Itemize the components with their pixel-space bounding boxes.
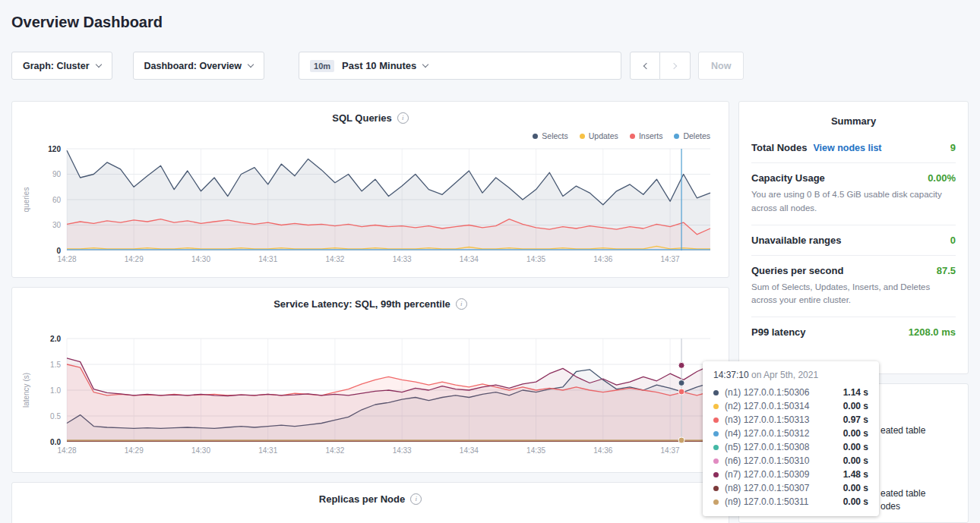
view-nodes-list-link[interactable]: View nodes list xyxy=(813,143,881,153)
charts-column: SQL Queries i SelectsUpdatesInsertsDelet… xyxy=(11,101,729,523)
svg-text:14:29: 14:29 xyxy=(125,255,144,263)
svg-text:120: 120 xyxy=(48,145,61,153)
svg-text:14:32: 14:32 xyxy=(325,255,344,263)
summary-value: 0 xyxy=(950,235,956,246)
time-step-buttons xyxy=(630,52,691,80)
svg-text:30: 30 xyxy=(52,221,62,229)
graph-dropdown[interactable]: Graph: Cluster xyxy=(11,52,112,80)
tooltip-row: (n3) 127.0.0.1:503130.97 s xyxy=(713,413,868,427)
legend-color-dot xyxy=(674,134,679,139)
node-color-dot xyxy=(713,417,719,423)
node-color-dot xyxy=(713,390,719,395)
legend-item-inserts: Inserts xyxy=(630,131,663,141)
tooltip-row: (n4) 127.0.0.1:503120.00 s xyxy=(713,427,868,440)
summary-label: P99 latency xyxy=(751,326,806,338)
time-preset-badge: 10m xyxy=(310,60,334,72)
summary-value: 9 xyxy=(950,142,956,153)
tooltip-row: (n6) 127.0.0.1:503100.00 s xyxy=(713,454,868,468)
tooltip-rows: (n1) 127.0.0.1:503061.14 s(n2) 127.0.0.1… xyxy=(713,386,868,509)
svg-text:14:36: 14:36 xyxy=(593,446,612,455)
summary-value: 0.00% xyxy=(928,172,956,184)
tooltip-row: (n1) 127.0.0.1:503061.14 s xyxy=(713,386,868,399)
summary-description: Sum of Selects, Updates, Inserts, and De… xyxy=(751,281,956,308)
svg-text:14:37: 14:37 xyxy=(661,255,680,263)
node-latency-value: 0.00 s xyxy=(843,428,868,439)
node-latency-value: 0.97 s xyxy=(843,414,868,425)
summary-label: Capacity Usage xyxy=(751,172,825,184)
chart-hover-tooltip: 14:37:10 on Apr 5th, 2021 (n1) 127.0.0.1… xyxy=(703,361,879,516)
node-address: (n3) 127.0.0.1:50313 xyxy=(725,414,809,425)
svg-text:1.5: 1.5 xyxy=(50,361,61,369)
summary-value: 87.5 xyxy=(937,265,956,276)
svg-text:0: 0 xyxy=(56,247,61,255)
tooltip-row: (n2) 127.0.0.1:503140.00 s xyxy=(713,399,868,413)
dashboard-dropdown-label: Dashboard: Overview xyxy=(144,61,242,71)
summary-description: You are using 0 B of 4.5 GiB usable disk… xyxy=(751,188,956,216)
svg-text:14:28: 14:28 xyxy=(57,446,76,455)
time-range-picker[interactable]: 10m Past 10 Minutes xyxy=(299,52,621,80)
sql-queries-chart[interactable]: 14:2814:2914:3014:3114:3214:3314:3414:35… xyxy=(20,143,722,270)
svg-text:14:31: 14:31 xyxy=(258,255,277,263)
chart-header: SQL Queries i xyxy=(20,111,721,124)
tooltip-row: (n5) 127.0.0.1:503080.00 s xyxy=(713,440,868,454)
legend-color-dot xyxy=(533,134,538,139)
node-latency-value: 0.00 s xyxy=(843,442,868,452)
legend-label: Updates xyxy=(589,131,618,140)
summary-title: Summary xyxy=(751,115,956,127)
node-address: (n4) 127.0.0.1:50312 xyxy=(725,428,809,439)
node-color-dot xyxy=(713,472,719,477)
chart-title: SQL Queries xyxy=(332,112,392,124)
chart-legend: SelectsUpdatesInsertsDeletes xyxy=(20,131,710,141)
chevron-down-icon xyxy=(248,61,254,67)
summary-row-capacity-usage: Capacity Usage 0.00% You are using 0 B o… xyxy=(751,163,956,225)
svg-text:1.0: 1.0 xyxy=(50,386,61,395)
chevron-down-icon xyxy=(95,61,101,67)
tooltip-time: 14:37:10 xyxy=(713,370,749,380)
info-icon[interactable]: i xyxy=(410,493,422,505)
svg-text:14:31: 14:31 xyxy=(258,446,277,455)
svg-text:14:33: 14:33 xyxy=(393,446,412,455)
service-latency-card: Service Latency: SQL, 99th percentile i … xyxy=(11,287,729,473)
chart-header: Replicas per Node i xyxy=(20,492,721,506)
chevron-down-icon xyxy=(422,61,428,67)
graph-dropdown-label: Graph: Cluster xyxy=(23,61,90,71)
svg-text:0.0: 0.0 xyxy=(50,438,61,446)
time-range-label: Past 10 Minutes xyxy=(342,60,416,71)
node-address: (n9) 127.0.0.1:50311 xyxy=(725,496,809,507)
legend-label: Selects xyxy=(542,131,567,140)
node-color-dot xyxy=(713,499,719,505)
node-latency-value: 0.00 s xyxy=(843,455,868,466)
summary-row-total-nodes: Total Nodes View nodes list 9 xyxy=(751,133,956,163)
info-icon[interactable]: i xyxy=(397,112,409,124)
node-color-dot xyxy=(713,404,719,409)
node-color-dot xyxy=(713,486,719,491)
svg-text:0.5: 0.5 xyxy=(50,412,61,421)
controls-bar: Graph: Cluster Dashboard: Overview 10m P… xyxy=(11,52,969,80)
tooltip-row: (n9) 127.0.0.1:503110.00 s xyxy=(713,495,868,509)
chart-title: Service Latency: SQL, 99th percentile xyxy=(273,298,450,310)
service-latency-chart[interactable]: 14:2814:2914:3014:3114:3214:3314:3414:35… xyxy=(20,331,722,462)
tooltip-row: (n7) 127.0.0.1:503091.48 s xyxy=(713,468,868,481)
svg-text:60: 60 xyxy=(52,196,62,204)
time-prev-button[interactable] xyxy=(630,52,660,80)
node-latency-value: 0.00 s xyxy=(843,483,868,493)
tooltip-header: 14:37:10 on Apr 5th, 2021 xyxy=(713,370,868,380)
dashboard-dropdown[interactable]: Dashboard: Overview xyxy=(133,52,265,80)
time-next-button[interactable] xyxy=(660,52,691,80)
chevron-left-icon xyxy=(643,62,649,68)
node-address: (n5) 127.0.0.1:50308 xyxy=(725,442,809,452)
now-button[interactable]: Now xyxy=(698,52,744,80)
info-icon[interactable]: i xyxy=(456,298,467,310)
svg-text:14:28: 14:28 xyxy=(57,255,76,263)
sql-queries-card: SQL Queries i SelectsUpdatesInsertsDelet… xyxy=(11,101,729,278)
svg-text:14:35: 14:35 xyxy=(526,446,545,455)
svg-text:14:37: 14:37 xyxy=(661,446,680,455)
summary-card: Summary Total Nodes View nodes list 9 Ca… xyxy=(738,101,969,374)
chart-header: Service Latency: SQL, 99th percentile i xyxy=(20,297,721,310)
node-color-dot xyxy=(713,431,719,436)
summary-row-queries-per-second: Queries per second 87.5 Sum of Selects, … xyxy=(751,256,956,318)
svg-text:2.0: 2.0 xyxy=(50,335,61,343)
svg-text:queries: queries xyxy=(22,187,30,213)
summary-value: 1208.0 ms xyxy=(909,326,956,338)
event-item-fragment: eated table xyxy=(880,425,925,436)
